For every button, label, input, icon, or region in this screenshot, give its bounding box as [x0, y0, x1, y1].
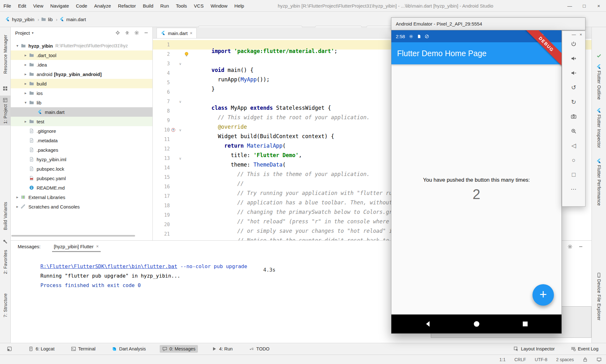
terminal-button[interactable]: Terminal — [68, 345, 98, 353]
tree-row[interactable]: ▸ build — [11, 79, 152, 88]
tree-row[interactable]: ▾ lib — [11, 98, 152, 107]
menu-item[interactable]: Code — [72, 0, 91, 11]
tree-row[interactable]: ▸ .dart_tool — [11, 50, 152, 60]
tool-window-button[interactable]: Flutter Inspector — [592, 106, 606, 150]
menu-item[interactable]: VCS — [190, 0, 207, 11]
rotate-left-button[interactable]: ↺ — [569, 84, 578, 91]
tree-expand-arrow[interactable]: ▸ — [23, 91, 28, 95]
zoom-button[interactable] — [569, 127, 578, 134]
android-overview-button[interactable] — [521, 320, 529, 328]
close-icon[interactable]: × — [96, 244, 98, 249]
tool-window-button[interactable] — [0, 237, 10, 246]
status-item[interactable]: 1:1 — [499, 357, 505, 362]
tree-expand-arrow[interactable]: ▸ — [15, 204, 20, 209]
tool-window-button[interactable]: 7: Structure — [0, 291, 10, 319]
power-button[interactable] — [569, 40, 578, 47]
tree-row[interactable]: ▸ android [hyzp_yibin_android] — [11, 69, 152, 79]
close-icon[interactable]: × — [190, 31, 193, 36]
todo-button[interactable]: TODO — [247, 345, 272, 353]
tree-expand-arrow[interactable]: ▸ — [23, 81, 28, 86]
tree-row[interactable]: .gitignore — [11, 126, 152, 136]
tree-row[interactable]: .metadata — [11, 136, 152, 145]
status-item[interactable]: 2 spaces — [556, 357, 574, 362]
project-panel-title[interactable]: Project — [15, 30, 30, 36]
menu-item[interactable]: Edit — [15, 0, 30, 11]
close-button[interactable]: × — [579, 32, 582, 39]
tree-expand-arrow[interactable]: ▸ — [23, 72, 28, 76]
dart-analysis-button[interactable]: Dart Analysis — [109, 345, 148, 353]
tool-window-button[interactable]: 1: Project — [0, 96, 10, 126]
override-marker-icon[interactable] — [170, 128, 177, 132]
volume-up-button[interactable] — [569, 55, 578, 62]
tree-expand-arrow[interactable]: ▸ — [23, 53, 28, 57]
fab-button[interactable]: + — [532, 284, 554, 306]
back-button[interactable]: ◁ — [569, 142, 578, 149]
menu-item[interactable]: Navigate — [47, 0, 72, 11]
screenshot-button[interactable] — [569, 113, 578, 120]
menu-item[interactable]: File — [0, 0, 15, 11]
tree-expand-arrow[interactable]: ▸ — [15, 195, 20, 199]
event-log-button[interactable]: Event Log — [568, 345, 601, 353]
menu-item[interactable]: Help — [231, 0, 248, 11]
fold-marker[interactable]: ∨ — [177, 100, 184, 104]
menu-item[interactable]: Run — [157, 0, 173, 11]
panel-action-icon[interactable] — [115, 30, 120, 35]
close-button[interactable]: × — [591, 0, 606, 11]
panel-action-icon[interactable] — [125, 30, 130, 35]
status-icon[interactable] — [597, 357, 602, 362]
tree-row[interactable]: ▸ External Libraries — [11, 192, 152, 202]
tree-row[interactable]: README.md — [11, 183, 152, 192]
tree-expand-arrow[interactable]: ▾ — [15, 44, 20, 48]
fold-marker[interactable]: ∨ — [177, 156, 184, 161]
tree-expand-arrow[interactable]: ▾ — [23, 100, 28, 105]
breadcrumb-item[interactable]: main.dart — [59, 17, 86, 22]
volume-down-button[interactable] — [569, 69, 578, 76]
more-button[interactable]: ⋯ — [569, 185, 578, 192]
panel-action-icon[interactable] — [144, 30, 149, 35]
fold-marker[interactable]: ∨ — [177, 62, 184, 66]
layout-inspector-button[interactable]: Layout Inspector — [511, 345, 557, 353]
tree-row[interactable]: ▾ hyzp_yibin R:\FlutterProject\FlutterPr… — [11, 41, 152, 50]
horizontal-scrollbar[interactable] — [11, 235, 135, 237]
tree-expand-arrow[interactable]: ▸ — [23, 62, 28, 67]
menu-item[interactable]: View — [30, 0, 47, 11]
tool-window-button[interactable] — [592, 51, 606, 60]
minimize-button[interactable]: — — [562, 0, 577, 11]
tree-row[interactable]: .packages — [11, 145, 152, 155]
menu-item[interactable]: Tools — [172, 0, 190, 11]
tree-row[interactable]: main.dart — [11, 107, 152, 117]
tree-row[interactable]: hyzp_yibin.iml — [11, 155, 152, 164]
tool-window-button[interactable]: Build Variants — [0, 200, 10, 232]
tree-expand-arrow[interactable]: ▸ — [23, 119, 28, 124]
messages-button[interactable]: 0: Messages — [160, 345, 198, 353]
tool-window-button[interactable]: Flutter Outline — [592, 62, 606, 102]
panel-action-icon[interactable] — [134, 30, 139, 35]
tree-row[interactable]: ▸ ios — [11, 88, 152, 98]
status-item[interactable]: UTF-8 — [535, 357, 547, 362]
minimize-button[interactable]: — — [572, 32, 576, 39]
logcat-button[interactable]: 6: Logcat — [26, 345, 57, 353]
tool-window-button[interactable] — [0, 84, 10, 93]
tool-window-button[interactable]: Flutter Performance — [592, 156, 606, 208]
menu-item[interactable]: Refactor — [115, 0, 140, 11]
tree-row[interactable]: ▸ .idea — [11, 60, 152, 69]
menu-item[interactable]: Analyze — [91, 0, 114, 11]
menu-item[interactable]: Window — [207, 0, 231, 11]
run-button[interactable]: 4: Run — [209, 345, 235, 353]
android-back-button[interactable] — [424, 320, 432, 328]
breadcrumb-item[interactable]: hyzp_yibin › — [5, 17, 40, 22]
android-home-button[interactable] — [473, 320, 480, 328]
status-item[interactable]: CRLF — [514, 357, 526, 362]
tree-row[interactable]: ▸ Scratches and Consoles — [11, 202, 152, 211]
breadcrumb-item[interactable]: lib › — [41, 17, 59, 22]
rotate-right-button[interactable]: ↻ — [569, 98, 578, 105]
tool-window-button[interactable]: Resource Manager — [0, 33, 10, 76]
fold-marker[interactable]: ∨ — [177, 128, 184, 132]
tree-row[interactable]: pubspec.yaml — [11, 173, 152, 183]
overview-button[interactable]: □ — [569, 171, 578, 178]
menu-item[interactable]: Build — [139, 0, 157, 11]
tree-row[interactable]: ▸ test — [11, 117, 152, 126]
tool-window-button[interactable]: 2: Favorites — [0, 248, 10, 276]
home-button[interactable]: ○ — [569, 156, 578, 163]
tool-window-button[interactable]: Device File Explorer — [592, 271, 606, 322]
